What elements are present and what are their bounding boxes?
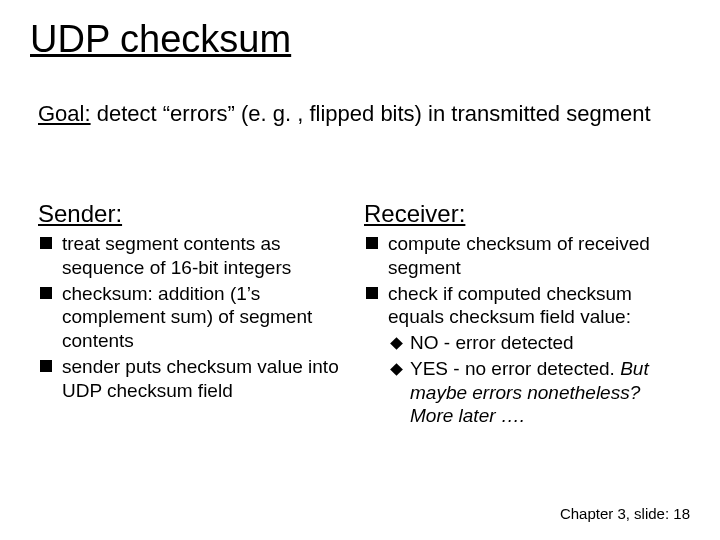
receiver-item-2-text: check if computed checksum equals checks… [388, 283, 632, 328]
receiver-sub-2: YES - no error detected. But maybe error… [388, 357, 680, 428]
footer-page-number: 18 [673, 505, 690, 522]
footer-prefix: Chapter 3, slide: [560, 505, 673, 522]
goal-text: detect “errors” (e. g. , flipped bits) i… [91, 101, 651, 126]
sender-heading: Sender: [38, 200, 354, 228]
receiver-sub-1: NO - error detected [388, 331, 680, 355]
footer: Chapter 3, slide: 18 [560, 505, 690, 522]
receiver-sublist: NO - error detected YES - no error detec… [388, 331, 680, 428]
sender-item-2: checksum: addition (1’s complement sum) … [38, 282, 354, 353]
receiver-list: compute checksum of received segment che… [364, 232, 680, 428]
receiver-column: Receiver: compute checksum of received s… [364, 200, 690, 428]
columns: Sender: treat segment contents as sequen… [38, 200, 690, 428]
sender-list: treat segment contents as sequence of 16… [38, 232, 354, 402]
sender-item-1: treat segment contents as sequence of 16… [38, 232, 354, 280]
receiver-item-2: check if computed checksum equals checks… [364, 282, 680, 429]
receiver-sub-2a: YES - no error detected. [410, 358, 620, 379]
receiver-item-1: compute checksum of received segment [364, 232, 680, 280]
slide: UDP checksum Goal: detect “errors” (e. g… [0, 0, 720, 540]
sender-item-3: sender puts checksum value into UDP chec… [38, 355, 354, 403]
sender-column: Sender: treat segment contents as sequen… [38, 200, 364, 428]
receiver-heading: Receiver: [364, 200, 680, 228]
goal-label: Goal: [38, 101, 91, 126]
goal-block: Goal: detect “errors” (e. g. , flipped b… [38, 100, 680, 128]
slide-title: UDP checksum [30, 18, 291, 61]
